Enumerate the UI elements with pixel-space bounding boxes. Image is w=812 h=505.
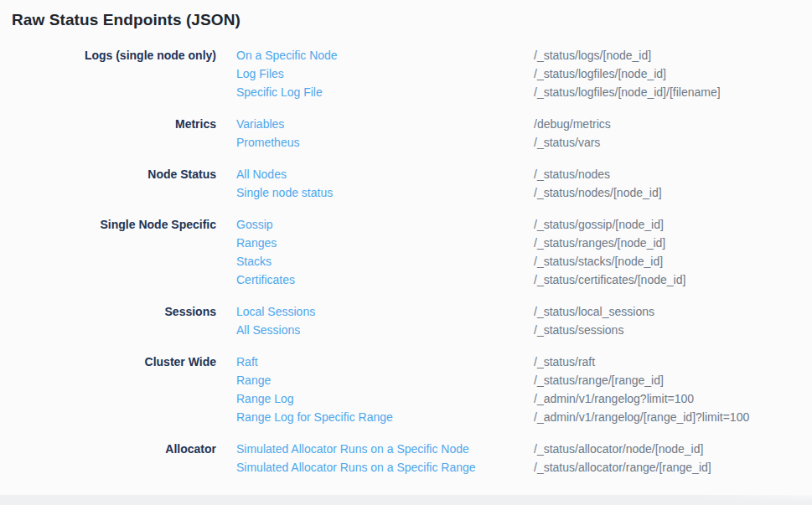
endpoint-path: /_status/allocator/node/[node_id] (534, 440, 812, 458)
endpoint-links-column: Simulated Allocator Runs on a Specific N… (216, 440, 534, 477)
endpoint-link[interactable]: Local Sessions (236, 302, 534, 321)
endpoint-link[interactable]: On a Specific Node (236, 46, 534, 64)
endpoint-path: /_status/local_sessions (534, 302, 812, 321)
endpoint-link[interactable]: Simulated Allocator Runs on a Specific R… (236, 458, 534, 477)
endpoint-path: /_status/stacks/[node_id] (534, 252, 812, 271)
endpoint-link[interactable]: Variables (236, 115, 534, 133)
endpoint-path: /_status/logfiles/[node_id] (534, 64, 812, 83)
endpoint-path: /debug/metrics (534, 115, 812, 133)
endpoint-link[interactable]: Raft (236, 353, 534, 371)
endpoint-groups: Logs (single node only) On a Specific No… (0, 46, 812, 477)
endpoint-paths-column: /_status/logs/[node_id] /_status/logfile… (534, 46, 812, 101)
category-label: Single Node Specific (0, 215, 216, 289)
endpoint-paths-column: /_status/local_sessions /_status/session… (534, 302, 812, 339)
endpoint-path: /_status/gossip/[node_id] (534, 215, 812, 234)
category-label: Sessions (0, 302, 216, 339)
endpoint-path: /_admin/v1/rangelog/[range_id]?limit=100 (534, 408, 812, 426)
category-label: Logs (single node only) (0, 46, 216, 101)
endpoint-path: /_status/range/[range_id] (534, 371, 812, 389)
endpoint-link[interactable]: Ranges (236, 234, 534, 252)
endpoint-link[interactable]: Certificates (236, 271, 534, 289)
endpoint-link[interactable]: All Sessions (236, 321, 534, 339)
page-title: Raw Status Endpoints (JSON) (12, 10, 812, 30)
endpoint-link[interactable]: Range Log (236, 389, 534, 408)
category-label: Node Status (0, 165, 216, 202)
endpoint-links-column: All Nodes Single node status (216, 165, 534, 202)
bottom-strip (0, 495, 812, 505)
endpoint-link[interactable]: Single node status (236, 183, 534, 202)
endpoint-paths-column: /_status/allocator/node/[node_id] /_stat… (534, 440, 812, 477)
endpoint-paths-column: /_status/nodes /_status/nodes/[node_id] (534, 165, 812, 202)
endpoint-paths-column: /_status/gossip/[node_id] /_status/range… (534, 215, 812, 289)
category-label: Cluster Wide (0, 353, 216, 426)
category-label: Allocator (0, 440, 216, 477)
endpoint-path: /_status/sessions (534, 321, 812, 339)
endpoint-link[interactable]: Log Files (236, 64, 534, 83)
endpoint-path: /_admin/v1/rangelog?limit=100 (534, 389, 812, 408)
endpoint-path: /_status/nodes/[node_id] (534, 183, 812, 202)
endpoint-path: /_status/certificates/[node_id] (534, 271, 812, 289)
endpoint-link[interactable]: Simulated Allocator Runs on a Specific N… (236, 440, 534, 458)
endpoint-link[interactable]: Range (236, 371, 534, 389)
endpoint-links-column: Local Sessions All Sessions (216, 302, 534, 339)
endpoint-path: /_status/nodes (534, 165, 812, 183)
endpoint-paths-column: /debug/metrics /_status/vars (534, 115, 812, 152)
endpoint-path: /_status/ranges/[node_id] (534, 234, 812, 252)
endpoint-path: /_status/allocator/range/[range_id] (534, 458, 812, 477)
endpoint-group-logs: Logs (single node only) On a Specific No… (0, 46, 812, 101)
endpoint-path: /_status/logs/[node_id] (534, 46, 812, 64)
endpoint-group-metrics: Metrics Variables Prometheus /debug/metr… (0, 115, 812, 152)
endpoint-group-cluster-wide: Cluster Wide Raft Range Range Log Range … (0, 353, 812, 426)
endpoint-links-column: Gossip Ranges Stacks Certificates (216, 215, 534, 289)
endpoint-link[interactable]: Stacks (236, 252, 534, 271)
endpoint-links-column: Variables Prometheus (216, 115, 534, 152)
endpoint-group-allocator: Allocator Simulated Allocator Runs on a … (0, 440, 812, 477)
endpoint-group-single-node-specific: Single Node Specific Gossip Ranges Stack… (0, 215, 812, 289)
endpoint-link[interactable]: Specific Log File (236, 83, 534, 101)
endpoint-links-column: On a Specific Node Log Files Specific Lo… (216, 46, 534, 101)
endpoint-group-node-status: Node Status All Nodes Single node status… (0, 165, 812, 202)
endpoint-path: /_status/logfiles/[node_id]/[filename] (534, 83, 812, 101)
endpoint-link[interactable]: Range Log for Specific Range (236, 408, 534, 426)
endpoint-paths-column: /_status/raft /_status/range/[range_id] … (534, 353, 812, 426)
endpoint-path: /_status/raft (534, 353, 812, 371)
endpoint-group-sessions: Sessions Local Sessions All Sessions /_s… (0, 302, 812, 339)
endpoint-link[interactable]: All Nodes (236, 165, 534, 183)
endpoint-link[interactable]: Prometheus (236, 133, 534, 152)
endpoint-path: /_status/vars (534, 133, 812, 152)
endpoint-link[interactable]: Gossip (236, 215, 534, 234)
category-label: Metrics (0, 115, 216, 152)
endpoint-links-column: Raft Range Range Log Range Log for Speci… (216, 353, 534, 426)
